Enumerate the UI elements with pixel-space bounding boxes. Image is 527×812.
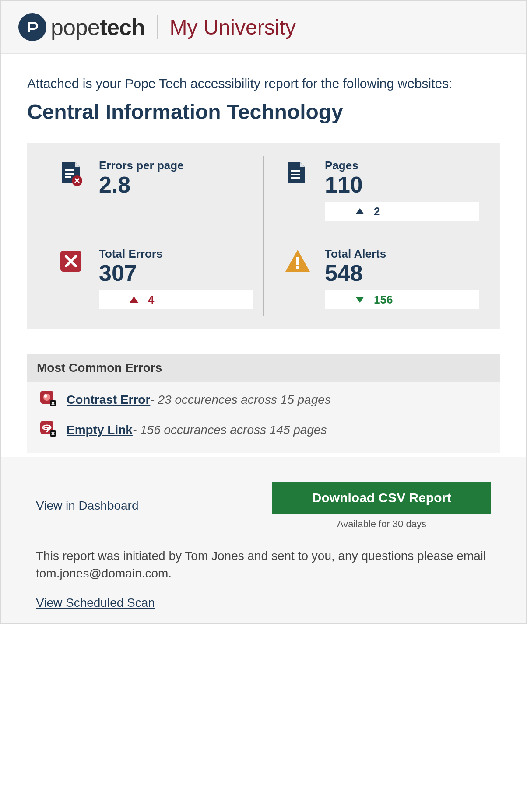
divider-icon xyxy=(157,15,158,39)
organization-name: My University xyxy=(170,15,296,39)
metric-value: 307 xyxy=(99,262,253,284)
svg-rect-5 xyxy=(291,174,300,175)
common-errors-panel: Most Common Errors Contrast Error - 23 o… xyxy=(27,354,500,453)
brand-logo: popetech xyxy=(18,13,145,41)
error-detail: - 23 occurences across 15 pages xyxy=(150,393,330,407)
metric-label: Total Errors xyxy=(99,247,253,261)
svg-rect-9 xyxy=(296,266,299,269)
divider-icon xyxy=(264,156,264,316)
delta-indicator: 156 xyxy=(325,290,479,309)
svg-rect-0 xyxy=(65,169,74,171)
error-row: Contrast Error - 23 occurences across 15… xyxy=(27,382,500,412)
popetech-logo-icon xyxy=(18,13,46,41)
warning-icon xyxy=(285,249,313,273)
delta-indicator: 4 xyxy=(99,290,253,309)
site-title: Central Information Technology xyxy=(27,100,500,124)
arrow-up-icon xyxy=(355,208,364,214)
brand-text: popetech xyxy=(51,14,145,40)
metric-errors-per-page: Errors per page 2.8 xyxy=(38,159,264,221)
contrast-error-icon xyxy=(39,390,59,410)
header: popetech My University xyxy=(1,1,526,54)
metric-label: Pages xyxy=(325,159,479,172)
metric-value: 548 xyxy=(325,262,479,284)
svg-rect-6 xyxy=(291,177,300,179)
view-dashboard-link[interactable]: View in Dashboard xyxy=(36,499,139,513)
brand-tech: tech xyxy=(100,14,145,40)
document-icon xyxy=(285,161,313,185)
delta-value: 2 xyxy=(374,205,380,218)
error-x-icon xyxy=(59,249,87,273)
metric-label: Errors per page xyxy=(99,159,253,172)
footer: View in Dashboard Download CSV Report Av… xyxy=(1,457,526,623)
delta-indicator: 2 xyxy=(325,202,479,221)
delta-value: 4 xyxy=(148,293,154,307)
metric-pages: Pages 110 2 xyxy=(264,159,489,221)
metric-value: 2.8 xyxy=(99,173,253,196)
error-row: Empty Link - 156 occurances across 145 p… xyxy=(27,412,500,442)
svg-point-12 xyxy=(44,394,47,398)
metric-label: Total Alerts xyxy=(325,247,479,261)
delta-value: 156 xyxy=(374,293,393,307)
svg-rect-4 xyxy=(291,170,300,172)
error-detail: - 156 occurances across 145 pages xyxy=(133,423,327,437)
svg-rect-2 xyxy=(65,176,71,178)
intro-text: Attached is your Pope Tech accessibility… xyxy=(27,75,500,93)
metric-total-errors: Total Errors 307 4 xyxy=(38,247,264,309)
error-link[interactable]: Contrast Error xyxy=(67,393,150,407)
common-errors-heading: Most Common Errors xyxy=(27,354,500,382)
view-scheduled-scan-link[interactable]: View Scheduled Scan xyxy=(36,596,155,609)
brand-pope: pope xyxy=(51,14,100,40)
svg-rect-8 xyxy=(296,257,299,265)
download-csv-button[interactable]: Download CSV Report xyxy=(272,482,491,514)
metric-total-alerts: Total Alerts 548 156 xyxy=(264,247,489,309)
metrics-panel: Errors per page 2.8 xyxy=(27,143,500,329)
svg-rect-1 xyxy=(65,173,74,175)
arrow-up-icon xyxy=(130,297,138,303)
footer-body-text: This report was initiated by Tom Jones a… xyxy=(36,547,491,583)
error-link[interactable]: Empty Link xyxy=(67,423,133,437)
arrow-down-icon xyxy=(355,297,364,303)
document-error-icon xyxy=(59,161,87,187)
metric-value: 110 xyxy=(325,173,479,196)
download-note: Available for 30 days xyxy=(272,518,491,530)
empty-link-icon xyxy=(39,420,59,441)
